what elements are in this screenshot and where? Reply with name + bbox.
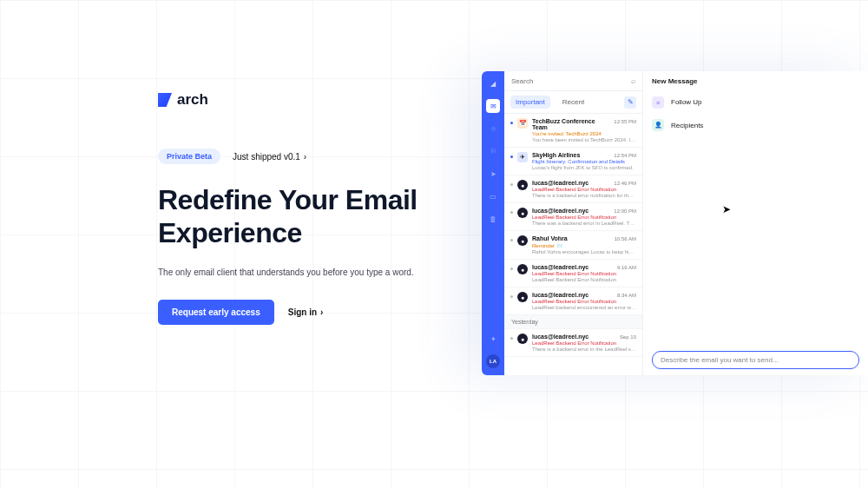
message-item[interactable]: ● lucas@leadreel.nyc 8:34 AM LeadReel Ba…	[504, 287, 642, 315]
message-time: 12:46 PM	[614, 181, 636, 186]
inbox-column: ⌕ Important Recent ✎ 📅 TechBuzz Conferen…	[504, 71, 643, 375]
unread-dot-icon	[510, 183, 513, 186]
unread-dot-icon	[510, 155, 513, 158]
message-time: 12:55 PM	[614, 119, 636, 124]
unread-dot-icon	[510, 295, 513, 298]
message-list: 📅 TechBuzz Conference Team 12:55 PM You'…	[504, 114, 642, 375]
message-preview: Rahul Vohra encourages Lucas to keep his…	[532, 249, 636, 254]
sender-name: lucas@leadreel.nyc	[532, 292, 589, 298]
sender-name: lucas@leadreel.nyc	[532, 180, 589, 186]
subject-field-row[interactable]: ≡ Follow Up	[652, 96, 859, 109]
message-time: 8:34 AM	[617, 293, 636, 298]
new-message-title: New Message	[652, 77, 859, 85]
unread-dot-icon	[510, 337, 513, 340]
unread-dot-icon	[510, 211, 513, 214]
logo-icon: ◢	[486, 76, 500, 90]
sender-avatar: ●	[517, 334, 528, 344]
sender-avatar: ✈	[517, 152, 528, 162]
message-preview: There was a backend error in LeadReel. T…	[532, 221, 636, 226]
sender-name: lucas@leadreel.nyc	[532, 208, 589, 214]
message-item[interactable]: ● lucas@leadreel.nyc 9:16 AM LeadReel Ba…	[504, 260, 642, 287]
message-time: 9:16 AM	[617, 265, 636, 270]
sender-name: Rahul Vohra	[532, 235, 568, 241]
compose-column: New Message ≡ Follow Up 👤 Recipients Des…	[643, 71, 868, 375]
app-sidebar: ◢ ✉ ☆ ⚐ ➤ ▭ 🗑 ✦ LA	[482, 71, 504, 375]
app-preview: ◢ ✉ ☆ ⚐ ➤ ▭ 🗑 ✦ LA ⌕ Important Recent ✎ …	[482, 71, 868, 375]
sender-avatar: ●	[517, 180, 528, 190]
sender-avatar: ●	[517, 235, 528, 246]
document-icon[interactable]: ▭	[486, 189, 500, 203]
message-subject: LeadReel Backend Error Notification	[532, 299, 636, 304]
search-input[interactable]	[511, 77, 631, 85]
compose-icon[interactable]: ✎	[624, 96, 636, 109]
sign-in-link[interactable]: Sign in ›	[288, 307, 324, 317]
message-subject: LeadReel Backend Error Notification	[532, 271, 636, 276]
search-icon: ⌕	[631, 76, 635, 85]
logo[interactable]: arch	[158, 91, 453, 109]
message-item[interactable]: ✈ SkyHigh Airlines 12:54 PM Flight Itine…	[504, 148, 642, 175]
message-preview: LeadReel Backend Error Notification	[532, 277, 636, 282]
sender-name: SkyHigh Airlines	[532, 152, 580, 158]
beta-badge: Private Beta	[158, 149, 220, 164]
message-subject: LeadReel Backend Error Notification	[532, 340, 636, 346]
sender-avatar: ●	[517, 292, 528, 302]
unread-dot-icon	[510, 239, 513, 241]
message-subject: LeadReel Backend Error Notification	[532, 215, 636, 220]
shipped-label: Just shipped v0.1	[233, 152, 300, 162]
message-subject: LeadReel Backend Error Notification	[532, 187, 636, 192]
tab-important[interactable]: Important	[510, 96, 550, 109]
sender-name: lucas@leadreel.nyc	[532, 264, 589, 270]
message-subject: Flight Itinerary: Confirmation and Detai…	[532, 159, 636, 164]
avatar[interactable]: LA	[486, 354, 500, 368]
message-preview: You have been invited to TechBuzz 2024. …	[532, 137, 636, 142]
message-item[interactable]: ● Rahul Vohra 10:56 AM Reminder 📨 Rahul …	[504, 231, 642, 260]
people-icon[interactable]: ⚐	[486, 144, 500, 158]
chevron-right-icon: ›	[304, 152, 306, 162]
sender-name: TechBuzz Conference Team	[532, 118, 610, 130]
recipients-field-row[interactable]: 👤 Recipients	[652, 119, 859, 131]
page-title: Redefine Your Email Experience	[158, 183, 453, 250]
logo-icon	[158, 93, 172, 107]
sender-name: lucas@leadreel.nyc	[532, 334, 589, 340]
message-time: Sep 10	[620, 334, 636, 340]
date-divider: Yesterday	[504, 315, 642, 329]
message-subject: You're invited: TechBuzz 2024	[532, 131, 636, 136]
sender-avatar: 📅	[517, 118, 528, 129]
sender-avatar: ●	[517, 208, 528, 218]
message-preview: There is a backend error notification fo…	[532, 193, 636, 198]
compose-prompt-input[interactable]: Describe the email you want to send...	[652, 351, 859, 369]
trash-icon[interactable]: 🗑	[486, 212, 500, 226]
message-preview: Lucas's flight from JFK to SFO is confir…	[532, 165, 636, 170]
unread-dot-icon	[510, 268, 513, 270]
inbox-icon[interactable]: ✉	[486, 99, 500, 113]
sparkle-icon[interactable]: ✦	[486, 332, 500, 346]
tab-recent[interactable]: Recent	[557, 96, 589, 109]
shipped-link[interactable]: Just shipped v0.1 ›	[233, 152, 306, 162]
brand-name: arch	[177, 91, 208, 109]
message-item[interactable]: 📅 TechBuzz Conference Team 12:55 PM You'…	[504, 114, 642, 148]
message-time: 10:56 AM	[615, 236, 636, 241]
message-time: 12:54 PM	[614, 153, 636, 158]
chevron-right-icon: ›	[320, 307, 323, 317]
message-time: 12:00 PM	[614, 208, 636, 214]
sender-avatar: ●	[517, 264, 528, 274]
message-preview: LeadReel backend encountered an error wh…	[532, 305, 636, 310]
subject-icon: ≡	[652, 96, 664, 109]
message-preview: There is a backend error in the LeadReel…	[532, 347, 636, 352]
message-item[interactable]: ● lucas@leadreel.nyc 12:46 PM LeadReel B…	[504, 175, 642, 203]
recipients-label: Recipients	[671, 122, 703, 129]
recipients-icon: 👤	[652, 119, 664, 131]
unread-dot-icon	[510, 122, 513, 124]
request-early-access-button[interactable]: Request early access	[158, 300, 274, 325]
sub-headline: The only email client that understands y…	[158, 268, 453, 277]
message-item[interactable]: ● lucas@leadreel.nyc 12:00 PM LeadReel B…	[504, 203, 642, 231]
message-subject: Reminder 📨	[532, 242, 636, 248]
star-icon[interactable]: ☆	[486, 122, 500, 135]
message-item[interactable]: ● lucas@leadreel.nyc Sep 10 LeadReel Bac…	[504, 329, 642, 357]
subject-label: Follow Up	[671, 98, 702, 106]
sent-icon[interactable]: ➤	[486, 167, 500, 181]
